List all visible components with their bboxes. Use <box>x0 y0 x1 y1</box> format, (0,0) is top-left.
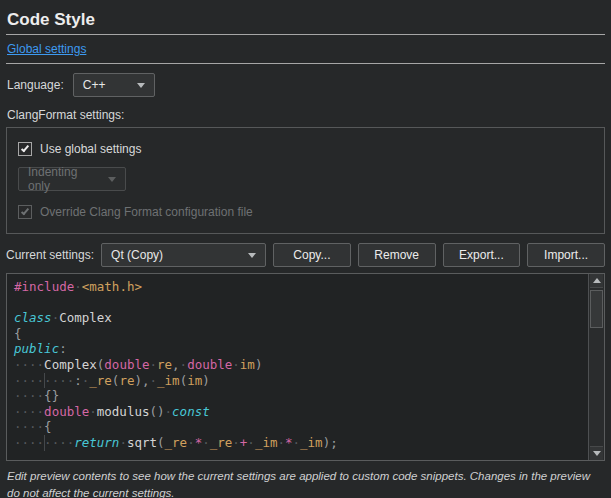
check-icon <box>21 206 29 215</box>
remove-button[interactable]: Remove <box>358 243 436 267</box>
footer-note: Edit preview contents to see how the cur… <box>7 468 604 498</box>
code-editor[interactable]: #include·<math.h> class·Complex{public:·… <box>7 274 588 460</box>
global-settings-link[interactable]: Global settings <box>7 42 86 56</box>
code-line: #include·<math.h> <box>14 279 588 295</box>
clangformat-mode-dropdown: Indenting only <box>18 167 126 191</box>
language-row: Language: C++ <box>7 73 604 97</box>
override-config-row: Override Clang Format configuration file <box>18 204 593 219</box>
use-global-settings-label[interactable]: Use global settings <box>40 142 141 156</box>
language-dropdown[interactable]: C++ <box>73 73 155 97</box>
code-line: class·Complex <box>14 310 588 326</box>
import-button[interactable]: Import... <box>527 243 605 267</box>
code-line: ····double·modulus()·const <box>14 404 588 420</box>
chevron-down-icon <box>108 177 116 182</box>
check-icon <box>21 143 29 152</box>
use-global-settings-row: Use global settings <box>18 141 593 156</box>
separator <box>6 34 605 35</box>
separator <box>6 63 605 64</box>
scroll-up-button[interactable] <box>590 274 603 288</box>
chevron-down-icon <box>248 253 256 258</box>
scroll-down-button[interactable] <box>590 446 603 460</box>
code-line: ········return·sqrt(_re·*·_re·+·_im·*·_i… <box>14 435 588 451</box>
global-settings-row: Global settings <box>7 42 611 56</box>
code-line: { <box>14 326 588 342</box>
language-dropdown-value: C++ <box>83 78 106 92</box>
code-preview-editor: #include·<math.h> class·Complex{public:·… <box>6 273 605 461</box>
clangformat-section-label: ClangFormat settings: <box>7 108 604 122</box>
override-config-checkbox <box>18 205 32 219</box>
clangformat-mode-value: Indenting only <box>28 165 100 193</box>
language-label: Language: <box>7 78 64 92</box>
current-settings-row: Current settings: Qt (Copy) Copy... Remo… <box>6 243 605 267</box>
code-line <box>14 295 588 311</box>
clangformat-group: Use global settings Indenting only Overr… <box>6 127 605 234</box>
code-line: ····{ <box>14 419 588 435</box>
use-global-settings-checkbox[interactable] <box>18 142 32 156</box>
code-line: ········:·_re(re),·_im(im) <box>14 373 588 389</box>
code-line: ····{} <box>14 388 588 404</box>
override-config-label: Override Clang Format configuration file <box>40 205 253 219</box>
vertical-scrollbar[interactable] <box>588 274 604 460</box>
chevron-down-icon <box>137 83 145 88</box>
code-line: public: <box>14 341 588 357</box>
page-title: Code Style <box>7 9 604 31</box>
copy-button[interactable]: Copy... <box>273 243 351 267</box>
code-line: ····Complex(double·re,·double·im) <box>14 357 588 373</box>
code-style-settings-page: Code Style Global settings Language: C++… <box>0 0 611 498</box>
export-button[interactable]: Export... <box>443 243 521 267</box>
scroll-down-icon <box>593 451 601 456</box>
current-settings-label: Current settings: <box>6 248 94 262</box>
scrollbar-thumb[interactable] <box>590 290 603 328</box>
scroll-up-icon <box>593 278 601 283</box>
current-settings-dropdown[interactable]: Qt (Copy) <box>101 243 266 267</box>
current-settings-value: Qt (Copy) <box>111 248 163 262</box>
